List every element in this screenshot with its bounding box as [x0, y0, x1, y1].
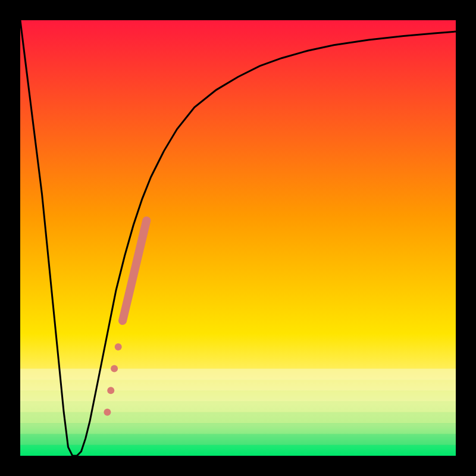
- svg-point-10: [111, 365, 118, 372]
- gradient-bands: [20, 369, 456, 456]
- svg-point-11: [115, 343, 122, 350]
- bottleneck-chart: [0, 0, 476, 476]
- frame-border: [0, 0, 20, 476]
- svg-rect-1: [20, 380, 456, 391]
- svg-rect-3: [20, 402, 456, 413]
- frame-border: [0, 0, 476, 20]
- svg-point-8: [104, 409, 111, 416]
- svg-rect-2: [20, 390, 456, 402]
- chart-frame: TheBottleneck.com: [0, 0, 476, 476]
- svg-rect-4: [20, 412, 456, 424]
- svg-rect-7: [20, 445, 456, 456]
- svg-point-9: [107, 387, 114, 394]
- svg-rect-0: [20, 369, 456, 380]
- frame-border: [456, 0, 476, 476]
- frame-border: [0, 456, 476, 476]
- svg-rect-5: [20, 423, 456, 434]
